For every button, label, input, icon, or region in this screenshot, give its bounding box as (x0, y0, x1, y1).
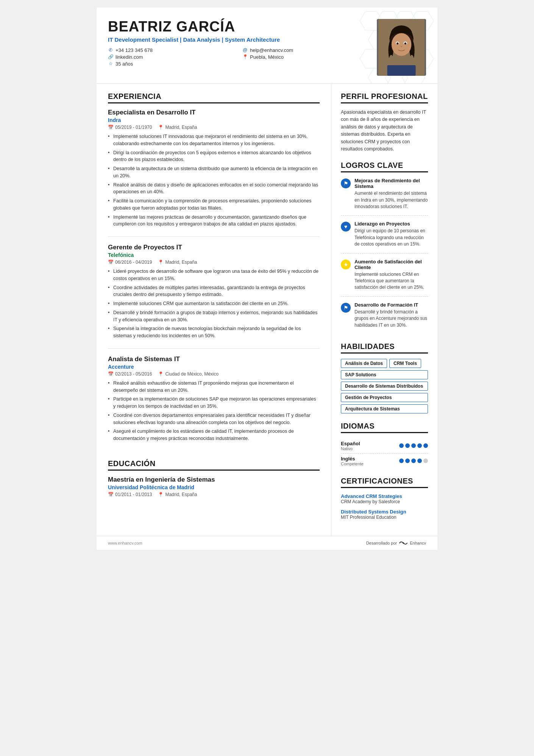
linkedin-value: linkedin.com (116, 54, 143, 60)
calendar-icon: 📅 (108, 125, 114, 130)
location-text-indra: Madrid, España (165, 125, 197, 130)
idioma-ingles-name: Inglés (341, 456, 364, 462)
certificaciones-section: CERTIFICACIONES Advanced CRM Strategies … (341, 477, 428, 520)
footer-website: www.enhancv.com (108, 541, 142, 545)
bullet-acc-3: Coordiné con diversos departamentos empr… (108, 412, 320, 426)
linkedin-icon: 🔗 (108, 54, 113, 59)
idioma-ingles: Inglés Competente (341, 454, 428, 468)
logro-content-4: Desarrollo de Formación IT Desarrollé y … (354, 302, 428, 329)
phone-contact: ✆ +34 123 345 678 (108, 47, 235, 53)
educacion-section: EDUCACIÓN Maestría en Ingeniería de Sist… (108, 459, 320, 507)
logro-icon-2: ♥ (341, 222, 351, 232)
bullet-indra-2: Dirigí la coordinación de proyectos con … (108, 149, 320, 164)
perfil-text: Apasionada especialista en desarrollo IT… (341, 109, 428, 153)
bullet-indra-4: Realicé análisis de datos y diseño de ap… (108, 182, 320, 196)
company-accenture: Accenture (108, 364, 320, 370)
cert-1: Advanced CRM Strategies CRM Academy by S… (341, 493, 428, 504)
job-title-indra: Especialista en Desarrollo IT (108, 109, 320, 116)
dot-en-1 (399, 459, 404, 463)
job-title-telefonica: Gerente de Proyectos IT (108, 244, 320, 251)
resume-document: BEATRIZ GARCÍA IT Development Specialist… (97, 8, 437, 550)
age-value: 35 años (116, 61, 133, 67)
email-icon: @ (242, 47, 248, 53)
linkedin-contact: 🔗 linkedin.com (108, 54, 235, 60)
edu-meta: 📅 01/2011 - 01/2013 📍 Madrid, España (108, 492, 320, 497)
edu-institution: Universidad Politécnica de Madrid (108, 484, 320, 490)
calendar-icon-2: 📅 (108, 260, 114, 265)
educacion-title: EDUCACIÓN (108, 459, 320, 471)
bullet-indra-3: Desarrollé la arquitectura de un sistema… (108, 165, 320, 180)
edu-location-text: Madrid, España (165, 492, 197, 497)
logros-section: LOGROS CLAVE ⚑ Mejoras de Rendimiento de… (341, 161, 428, 334)
company-telefonica: Telefónica (108, 252, 320, 258)
experiencia-section: EXPERIENCIA Especialista en Desarrollo I… (108, 92, 320, 451)
job-location-indra: 📍 Madrid, España (158, 125, 197, 130)
habilidades-title: HABILIDADES (341, 342, 428, 354)
dot-es-1 (399, 443, 404, 448)
email-value: help@enhancv.com (250, 47, 293, 53)
left-column: EXPERIENCIA Especialista en Desarrollo I… (97, 84, 331, 536)
contact-info: ✆ +34 123 345 678 @ help@enhancv.com 🔗 l… (108, 47, 369, 67)
bullet-indra-5: Facilité la comunicación y la comprensió… (108, 197, 320, 212)
job-meta-indra: 📅 05/2019 - 01/1970 📍 Madrid, España (108, 125, 320, 130)
svg-point-23 (403, 542, 404, 544)
logro-content-2: Liderazgo en Proyectos Dirigí un equipo … (354, 221, 428, 247)
bullet-tele-2: Coordine actividades de múltiples partes… (108, 284, 320, 299)
idioma-ingles-level: Competente (341, 462, 364, 466)
dot-en-5 (423, 459, 428, 463)
header-section: BEATRIZ GARCÍA IT Development Specialist… (97, 8, 437, 83)
pin-icon: 📍 (158, 125, 164, 130)
edu-location: 📍 Madrid, España (158, 492, 197, 497)
idioma-espanol-name: Español (341, 441, 360, 446)
bullet-tele-5: Supervisé la integración de nuevas tecno… (108, 325, 320, 340)
logro-4: ⚑ Desarrollo de Formación IT Desarrollé … (341, 302, 428, 334)
bullet-tele-4: Desarrollé y brindé formación a grupos d… (108, 309, 320, 324)
logro-title-2: Liderazgo en Proyectos (354, 221, 428, 227)
svg-point-21 (404, 42, 407, 45)
skill-sap: SAP Solutions (341, 370, 428, 379)
bullets-accenture: Realicé análisis exhaustivo de sistemas … (108, 380, 320, 442)
footer-brand-name: Enhancv (410, 541, 426, 545)
bullet-acc-1: Realicé análisis exhaustivo de sistemas … (108, 380, 320, 394)
dot-es-5 (423, 443, 428, 448)
candidate-title: IT Development Specialist | Data Analysi… (108, 36, 369, 43)
edu-item-1: Maestría en Ingeniería de Sistemas Unive… (108, 476, 320, 507)
logro-icon-3: ★ (341, 260, 351, 269)
bullet-tele-1: Lideré proyectos de desarrollo de softwa… (108, 268, 320, 282)
calendar-icon-edu: 📅 (108, 492, 114, 497)
logro-icon-1: ⚑ (341, 178, 351, 188)
idioma-ingles-info: Inglés Competente (341, 456, 364, 466)
pin-icon-3: 📍 (158, 371, 164, 377)
main-layout: EXPERIENCIA Especialista en Desarrollo I… (97, 84, 437, 536)
skill-analisis: Análisis de Datos (341, 359, 387, 368)
cert-name-2: Distributed Systems Design (341, 509, 428, 515)
habilidades-section: HABILIDADES Análisis de Datos CRM Tools … (341, 342, 428, 413)
cert-issuer-2: MIT Professional Education (341, 515, 428, 520)
bullet-indra-6: Implementé las mejores prácticas de desa… (108, 214, 320, 228)
job-indra: Especialista en Desarrollo IT Indra 📅 05… (108, 109, 320, 237)
job-dates-indra: 📅 05/2019 - 01/1970 (108, 125, 152, 130)
dot-es-2 (405, 443, 410, 448)
skill-crm: CRM Tools (389, 359, 421, 368)
dot-en-4 (417, 459, 422, 463)
job-meta-accenture: 📅 02/2013 - 05/2016 📍 Ciudad de México, … (108, 371, 320, 377)
footer: www.enhancv.com Desarrollado por Enhancv (97, 536, 437, 550)
idioma-espanol-dots (399, 443, 428, 448)
bullet-acc-2: Participé en la implementación de soluci… (108, 396, 320, 410)
logro-desc-1: Aumenté el rendimiento del sistema en In… (354, 190, 428, 210)
logros-title: LOGROS CLAVE (341, 161, 428, 172)
logro-desc-4: Desarrollé y brindé formación a grupos e… (354, 309, 428, 329)
skill-gestion: Gestión de Proyectos (341, 393, 428, 402)
edu-degree: Maestría en Ingeniería de Sistemas (108, 476, 320, 484)
logro-3: ★ Aumento de Satisfacción del Cliente Im… (341, 259, 428, 297)
logro-content-1: Mejoras de Rendimiento del Sistema Aumen… (354, 178, 428, 210)
job-dates-accenture: 📅 02/2013 - 05/2016 (108, 371, 152, 377)
dates-text-telefonica: 06/2016 - 04/2019 (115, 260, 152, 265)
job-location-telefonica: 📍 Madrid, España (158, 260, 197, 265)
edu-dates-text: 01/2011 - 01/2013 (115, 492, 152, 497)
skill-arquitectura: Arquitectura de Sistemas (341, 404, 428, 413)
cert-issuer-1: CRM Academy by Salesforce (341, 499, 428, 504)
logro-icon-4: ⚑ (341, 303, 351, 313)
location-icon: 📍 (242, 54, 248, 59)
logro-desc-2: Dirigí un equipo de 10 personas en Telef… (354, 228, 428, 247)
